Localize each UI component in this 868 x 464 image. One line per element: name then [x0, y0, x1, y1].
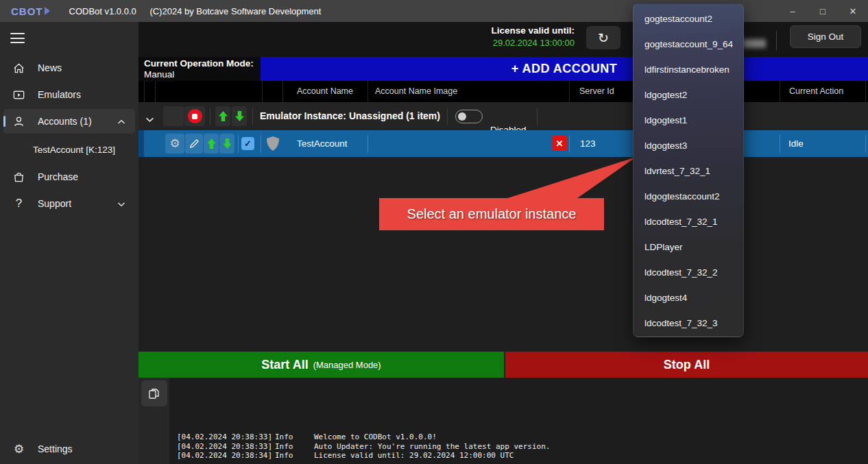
callout-text: Select an emulator instance — [407, 206, 577, 222]
delete-image-button[interactable]: ✕ — [552, 136, 567, 151]
maximize-button[interactable]: □ — [808, 0, 838, 22]
sidebar-item-accounts[interactable]: Accounts (1) — [3, 109, 135, 134]
account-name-cell: TestAccount — [297, 130, 348, 157]
divider — [780, 135, 780, 153]
license-label: License valid until: — [410, 25, 575, 37]
logo-text: CBOT — [11, 5, 43, 17]
menu-icon[interactable] — [10, 33, 25, 43]
sidebar-item-label: News — [38, 62, 62, 73]
group-move-down-button[interactable] — [232, 106, 247, 126]
divider — [865, 135, 866, 153]
dropdown-item[interactable]: ldgogtest1 — [634, 108, 743, 133]
add-account-label: + ADD ACCOUNT — [511, 62, 618, 76]
sidebar-item-label: Support — [38, 198, 71, 209]
account-move-down-button[interactable] — [219, 134, 234, 154]
dropdown-item[interactable]: gogtestaccount_9_64 — [634, 32, 743, 57]
operation-mode-box: Current Operation Mode: Manual — [138, 57, 261, 81]
divider — [238, 135, 239, 153]
window-title: CODBot v1.0.0.0 (C)2024 by Botcave Softw… — [69, 6, 322, 16]
gear-icon: ⚙ — [12, 443, 25, 456]
current-action-cell: Idle — [788, 130, 804, 157]
account-checkbox[interactable]: ✓ — [241, 137, 254, 150]
dropdown-item[interactable]: ldgogtestaccount2 — [634, 184, 743, 209]
group-title: Emulator Instance: Unassigned (1 item) — [260, 102, 440, 130]
home-icon — [12, 62, 25, 75]
logo-play-icon — [45, 7, 50, 15]
app-version-text: CODBot v1.0.0.0 — [69, 6, 136, 16]
group-start-button[interactable] — [163, 106, 184, 126]
dropdown-item[interactable]: ldcodtest_7_32_3 — [634, 310, 743, 336]
table-header: Account Name Account Name Image Server I… — [138, 81, 868, 102]
emulator-group-row: Emulator Instance: Unassigned (1 item) D… — [138, 102, 868, 130]
dropdown-item[interactable]: ldgogtest2 — [634, 82, 743, 108]
check-icon: ✓ — [244, 138, 252, 149]
dropdown-item[interactable]: ldcodtest_7_32_2 — [634, 260, 743, 285]
sidebar-item-testaccount[interactable]: TestAccount [K:123] — [3, 139, 135, 160]
arrow-down-icon — [223, 138, 232, 149]
group-stop-button[interactable] — [184, 106, 205, 126]
account-move-up-button[interactable] — [204, 134, 219, 154]
start-all-button[interactable]: Start All (Managed Mode) — [138, 352, 504, 378]
toggle-knob — [458, 112, 466, 121]
log-time: [04.02.2024 20:38:33] — [177, 432, 275, 442]
col-expander — [144, 81, 155, 102]
bag-icon — [12, 171, 25, 184]
refresh-icon: ↻ — [598, 30, 609, 46]
divider — [367, 135, 368, 153]
log-line: [04.02.2024 20:38:33] Info Auto Updater:… — [177, 442, 550, 452]
copy-log-button[interactable] — [141, 380, 167, 406]
stop-all-label: Stop All — [664, 358, 710, 372]
group-move-up-button[interactable] — [215, 106, 230, 126]
account-settings-button[interactable]: ⚙ — [165, 134, 184, 154]
dropdown-item[interactable]: ldvrtest_7_32_1 — [634, 158, 743, 184]
dropdown-item[interactable]: ldgogtest4 — [634, 285, 743, 310]
emulators-icon — [12, 88, 25, 101]
dropdown-item[interactable]: ldgogtest3 — [634, 133, 743, 158]
person-icon — [12, 115, 25, 128]
sign-out-button[interactable]: Sign Out — [790, 25, 861, 48]
sidebar-item-purchase[interactable]: Purchase — [3, 164, 135, 189]
col-end — [865, 81, 868, 102]
group-expander-icon[interactable] — [145, 113, 154, 125]
emulator-instance-dropdown: gogtestaccount2 gogtestaccount_9_64 ldfi… — [633, 3, 744, 337]
log-line: [04.02.2024 20:38:34] Info License valid… — [177, 451, 550, 461]
start-all-suffix: (Managed Mode) — [313, 360, 381, 370]
group-enable-toggle[interactable] — [455, 110, 483, 123]
log-level: Info — [275, 442, 314, 452]
col-account-name-image[interactable]: Account Name Image — [367, 81, 569, 102]
sidebar-item-label: Emulators — [38, 89, 81, 100]
sidebar-item-settings[interactable]: ⚙ Settings — [3, 437, 135, 461]
divider — [569, 135, 570, 153]
log-message: Welcome to CODBot v1.0.0.0! — [314, 432, 437, 442]
sign-out-label: Sign Out — [808, 32, 844, 42]
dropdown-item[interactable]: gogtestaccount2 — [634, 6, 743, 32]
col-current-action[interactable]: Current Action — [780, 81, 865, 102]
refresh-license-button[interactable]: ↻ — [586, 26, 620, 49]
stop-icon — [188, 109, 202, 123]
license-info: License valid until: 29.02.2024 13:00:00 — [410, 25, 575, 49]
sidebar-item-label: Accounts (1) — [38, 116, 92, 127]
log-level: Info — [275, 432, 314, 442]
window-controls: – □ ✕ — [777, 0, 868, 22]
divider — [447, 108, 448, 125]
log-output[interactable]: [04.02.2024 20:38:33] Info Welcome to CO… — [177, 432, 550, 461]
minimize-button[interactable]: – — [777, 0, 808, 22]
col-account-name[interactable]: Account Name — [282, 81, 367, 102]
app-logo: CBOT — [11, 5, 50, 17]
close-button[interactable]: ✕ — [838, 0, 868, 22]
operation-mode-label: Current Operation Mode: — [144, 58, 255, 69]
add-account-button[interactable]: + ADD ACCOUNT — [261, 57, 868, 81]
sidebar-item-support[interactable]: ? Support — [3, 191, 135, 216]
dropdown-item[interactable]: ldfirstinstancebroken — [634, 57, 743, 82]
stop-all-button[interactable]: Stop All — [505, 352, 868, 378]
dropdown-item[interactable]: LDPlayer — [634, 234, 743, 260]
sidebar-item-emulators[interactable]: Emulators — [3, 82, 135, 107]
copyright-text: (C)2024 by Botcave Software Development — [149, 6, 321, 16]
account-edit-button[interactable] — [185, 134, 203, 154]
sidebar-item-news[interactable]: News — [3, 56, 135, 80]
arrow-up-icon — [207, 138, 216, 149]
dropdown-item[interactable]: ldcodtest_7_32_1 — [634, 209, 743, 234]
log-time: [04.02.2024 20:38:33] — [177, 442, 275, 452]
start-all-label: Start All — [261, 358, 308, 372]
blurred-license-id — [743, 39, 766, 48]
